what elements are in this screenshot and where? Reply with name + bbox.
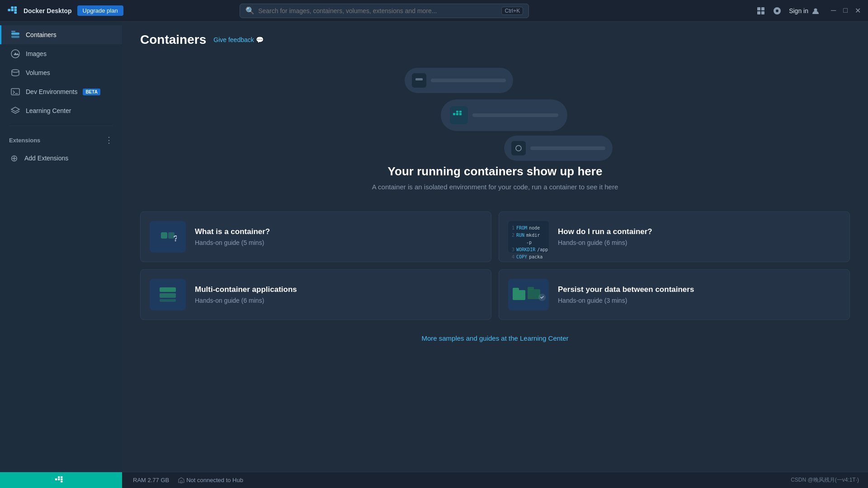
svg-rect-6	[757, 7, 760, 10]
svg-rect-35	[55, 478, 57, 480]
titlebar-actions: Sign in ─ □ ✕	[756, 6, 861, 15]
brand: Docker Desktop	[7, 6, 72, 15]
guide-card-what-is-container[interactable]: ? What is a container? Hands-on guide (5…	[140, 211, 491, 262]
extensions-icon[interactable]	[756, 6, 765, 15]
what-is-container-icon: ?	[150, 221, 186, 253]
svg-rect-22	[459, 111, 462, 113]
feedback-link[interactable]: Give feedback 💬	[213, 36, 264, 43]
guide-card-what-is-container-text: What is a container? Hands-on guide (5 m…	[195, 227, 270, 246]
guide-card-persist-title: Persist your data between containers	[558, 285, 694, 294]
sidebar-item-images[interactable]: Images	[0, 44, 122, 63]
window-controls: ─ □ ✕	[831, 6, 861, 15]
svg-rect-8	[757, 11, 760, 14]
sidebar-item-learning-center[interactable]: Learning Center	[0, 101, 122, 120]
statusbar: RAM 2.77 GB Not connected to Hub CSDN @晚…	[0, 472, 868, 488]
guide-card-how-run-text: How do I run a container? Hands-on guide…	[558, 227, 652, 246]
learning-center-link-section: More samples and guides at the Learning …	[122, 327, 868, 350]
ram-status: RAM 2.77 GB	[133, 477, 169, 483]
code-snippet-icon: 1FROM node 2RUN mkdir -p 3WORKDIR /app 4…	[508, 221, 549, 253]
guide-card-multi-text: Multi-container applications Hands-on gu…	[195, 285, 297, 304]
hub-status: Not connected to Hub	[186, 477, 243, 483]
feedback-label: Give feedback	[213, 36, 254, 43]
volumes-label: Volumes	[26, 69, 50, 76]
page-title: Containers	[140, 33, 206, 47]
learning-center-icon	[10, 106, 20, 116]
guide-card-persist-data[interactable]: Persist your data between containers Han…	[499, 269, 850, 320]
svg-rect-3	[11, 6, 14, 9]
guide-card-what-is-container-subtitle: Hands-on guide (5 mins)	[195, 239, 270, 246]
svg-rect-33	[528, 287, 534, 290]
titlebar: Docker Desktop Upgrade plan 🔍 Ctrl+K Sig…	[0, 0, 868, 22]
pill-icon-1	[412, 73, 426, 88]
svg-rect-0	[8, 9, 10, 11]
close-button[interactable]: ✕	[855, 6, 861, 15]
svg-rect-36	[58, 478, 60, 480]
content-area: Containers Give feedback 💬	[122, 22, 868, 472]
guide-card-persist-text: Persist your data between containers Han…	[558, 285, 694, 304]
svg-point-15	[12, 70, 19, 72]
extensions-menu-icon[interactable]: ⋮	[105, 135, 113, 145]
minimize-button[interactable]: ─	[831, 6, 836, 15]
upgrade-button[interactable]: Upgrade plan	[77, 5, 123, 16]
guide-card-multi-title: Multi-container applications	[195, 285, 297, 294]
dev-environments-icon	[10, 87, 20, 97]
volumes-icon	[10, 68, 20, 78]
svg-rect-18	[453, 113, 455, 115]
svg-rect-37	[61, 478, 62, 480]
persist-data-icon	[508, 279, 549, 310]
statusbar-info: RAM 2.77 GB Not connected to Hub	[122, 477, 243, 483]
hero-title: Your running containers show up here	[388, 164, 603, 178]
svg-rect-5	[14, 11, 17, 14]
guide-card-how-run-container[interactable]: 1FROM node 2RUN mkdir -p 3WORKDIR /app 4…	[499, 211, 850, 262]
sidebar-item-volumes[interactable]: Volumes	[0, 63, 122, 82]
images-icon	[10, 49, 20, 59]
pill-icon-3	[511, 141, 526, 155]
guide-card-what-is-container-title: What is a container?	[195, 227, 270, 236]
sidebar: Containers Images Volumes Dev Environmen…	[0, 22, 122, 472]
svg-rect-2	[14, 9, 17, 11]
search-bar[interactable]: 🔍 Ctrl+K	[240, 4, 529, 18]
sidebar-item-dev-environments[interactable]: Dev Environments BETA	[0, 82, 122, 101]
guide-card-multi-subtitle: Hands-on guide (6 mins)	[195, 297, 297, 304]
sidebar-divider	[9, 126, 113, 126]
svg-rect-20	[459, 113, 462, 115]
guide-card-how-run-subtitle: Hands-on guide (6 mins)	[558, 239, 652, 246]
guide-card-persist-subtitle: Hands-on guide (3 mins)	[558, 297, 694, 304]
svg-rect-12	[11, 36, 19, 38]
svg-rect-30	[513, 290, 525, 300]
svg-rect-16	[11, 89, 19, 95]
pill-line-2	[472, 113, 558, 117]
hero-subtitle: A container is an isolated environment f…	[372, 183, 618, 191]
extensions-section-label: Extensions	[9, 137, 40, 144]
illustration-pill-3	[504, 136, 613, 161]
statusbar-right: CSDN @晚风残月(一v4:1T·)	[791, 476, 859, 484]
search-icon: 🔍	[245, 6, 255, 15]
settings-icon[interactable]	[773, 6, 782, 15]
svg-rect-9	[761, 11, 764, 14]
sidebar-item-add-extensions[interactable]: ⊕ Add Extensions	[0, 149, 122, 168]
feedback-icon: 💬	[256, 36, 264, 43]
sidebar-item-containers[interactable]: Containers	[0, 25, 122, 44]
illustration-pill-2	[441, 99, 567, 131]
illustration-pill-1	[405, 68, 513, 93]
search-shortcut: Ctrl+K	[501, 7, 523, 15]
content-header: Containers Give feedback 💬	[122, 22, 868, 54]
add-icon: ⊕	[9, 153, 19, 163]
guides-grid: ? What is a container? Hands-on guide (5…	[122, 204, 868, 327]
svg-rect-13	[11, 31, 15, 32]
learning-center-link[interactable]: More samples and guides at the Learning …	[421, 334, 568, 342]
svg-rect-29	[160, 299, 176, 302]
docker-logo-icon	[7, 6, 20, 15]
search-input[interactable]	[258, 7, 498, 14]
svg-rect-24	[161, 232, 167, 239]
svg-rect-28	[160, 293, 176, 298]
containers-label: Containers	[26, 31, 57, 38]
guide-card-multi-container[interactable]: Multi-container applications Hands-on gu…	[140, 269, 491, 320]
svg-rect-40	[61, 480, 62, 482]
svg-rect-38	[58, 476, 60, 478]
signin-button[interactable]: Sign in	[789, 6, 820, 15]
svg-rect-17	[415, 78, 423, 80]
maximize-button[interactable]: □	[843, 6, 848, 15]
svg-rect-31	[513, 288, 519, 291]
network-status: Not connected to Hub	[178, 477, 243, 483]
